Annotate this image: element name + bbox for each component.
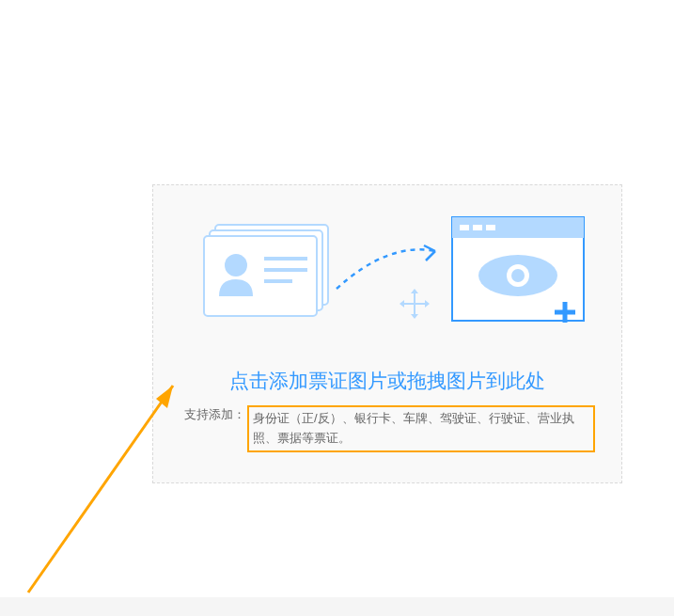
svg-rect-13 bbox=[486, 225, 495, 230]
svg-rect-11 bbox=[460, 225, 469, 230]
svg-rect-2 bbox=[204, 236, 317, 316]
upload-title: 点击添加票证图片或拖拽图片到此处 bbox=[153, 368, 621, 394]
upload-support-types: 身份证（正/反）、银行卡、车牌、驾驶证、行驶证、营业执照、票据等票证。 bbox=[247, 405, 595, 452]
preview-window-eye-icon bbox=[452, 217, 584, 323]
upload-illustration bbox=[153, 185, 621, 364]
svg-point-3 bbox=[225, 254, 247, 276]
dashed-arrow-icon bbox=[337, 245, 435, 289]
svg-point-17 bbox=[511, 269, 525, 282]
svg-rect-12 bbox=[473, 225, 482, 230]
upload-support-line: 支持添加： 身份证（正/反）、银行卡、车牌、驾驶证、行驶证、营业执照、票据等票证… bbox=[180, 405, 595, 452]
svg-rect-6 bbox=[264, 279, 292, 283]
svg-rect-10 bbox=[452, 217, 584, 238]
upload-support-label: 支持添加： bbox=[180, 405, 245, 425]
svg-rect-4 bbox=[264, 257, 307, 261]
svg-line-20 bbox=[28, 386, 173, 592]
upload-dropzone[interactable]: 点击添加票证图片或拖拽图片到此处 支持添加： 身份证（正/反）、银行卡、车牌、驾… bbox=[152, 184, 622, 483]
id-card-stack-icon bbox=[204, 225, 328, 316]
svg-rect-5 bbox=[264, 268, 307, 272]
bottom-bar bbox=[0, 597, 674, 616]
move-cursor-icon bbox=[400, 289, 430, 319]
